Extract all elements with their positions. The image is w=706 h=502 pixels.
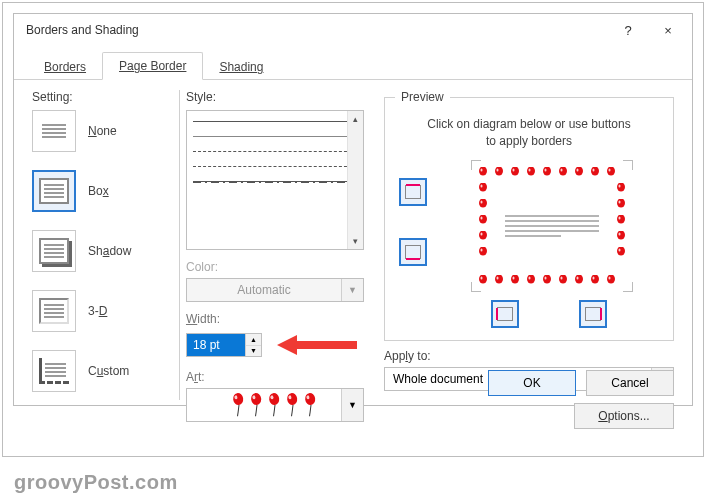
svg-point-30 — [527, 275, 535, 284]
art-bead-icon — [510, 275, 520, 285]
tab-borders[interactable]: Borders — [28, 54, 102, 80]
svg-point-55 — [619, 184, 621, 187]
svg-point-20 — [495, 167, 503, 176]
preview-page[interactable] — [477, 166, 627, 286]
svg-point-19 — [481, 276, 483, 279]
dialog-title: Borders and Shading — [26, 23, 608, 37]
setting-column: Setting: None Box Shadow — [32, 90, 173, 363]
svg-line-15 — [308, 405, 313, 416]
art-bead-icon — [478, 231, 488, 241]
art-bead-icon — [606, 167, 616, 177]
style-scrollbar[interactable]: ▴ ▾ — [347, 111, 363, 249]
art-bead-icon — [616, 215, 626, 225]
art-bead-icon — [574, 275, 584, 285]
ok-button[interactable]: OK — [488, 370, 576, 396]
spin-up-icon[interactable]: ▲ — [246, 334, 261, 346]
tabs: Borders Page Border Shading — [14, 46, 692, 80]
svg-point-16 — [479, 167, 487, 176]
svg-point-70 — [617, 247, 625, 256]
width-spinner[interactable]: 18 pt ▲ ▼ — [186, 333, 262, 357]
svg-point-35 — [545, 276, 547, 279]
svg-point-48 — [607, 167, 615, 176]
svg-point-17 — [481, 168, 483, 171]
chevron-down-icon: ▼ — [341, 279, 363, 301]
preview-hint: Click on diagram below or use buttonsto … — [395, 112, 663, 160]
art-bead-icon — [616, 247, 626, 257]
svg-point-64 — [479, 231, 487, 240]
width-label: Width: — [186, 312, 374, 326]
cancel-button[interactable]: Cancel — [586, 370, 674, 396]
tab-shading[interactable]: Shading — [203, 54, 279, 80]
setting-box[interactable]: Box — [32, 170, 173, 212]
color-label: Color: — [186, 260, 374, 274]
art-bead-icon — [510, 167, 520, 177]
svg-point-31 — [529, 276, 531, 279]
options-button[interactable]: Options... — [574, 403, 674, 429]
svg-point-66 — [617, 231, 625, 240]
color-combo: Automatic ▼ — [186, 278, 364, 302]
svg-marker-0 — [277, 335, 357, 355]
svg-point-26 — [511, 275, 519, 284]
svg-point-39 — [561, 276, 563, 279]
divider — [179, 90, 180, 400]
svg-point-43 — [577, 276, 579, 279]
style-listbox[interactable]: ▴ ▾ — [186, 110, 364, 250]
close-button[interactable]: × — [648, 14, 688, 46]
svg-point-52 — [479, 183, 487, 192]
border-bottom-toggle[interactable] — [399, 238, 427, 266]
titlebar: Borders and Shading ? × — [14, 14, 692, 46]
svg-point-53 — [481, 184, 483, 187]
setting-3d[interactable]: 3-D — [32, 290, 173, 332]
setting-none[interactable]: None — [32, 110, 173, 152]
art-bead-icon — [478, 215, 488, 225]
svg-point-38 — [559, 275, 567, 284]
art-bead-icon — [590, 275, 600, 285]
svg-point-29 — [529, 168, 531, 171]
callout-arrow-icon — [272, 330, 362, 360]
svg-point-62 — [617, 215, 625, 224]
svg-point-34 — [543, 275, 551, 284]
borders-shading-dialog: Borders and Shading ? × Borders Page Bor… — [13, 13, 693, 406]
width-input[interactable]: 18 pt — [187, 334, 245, 356]
help-button[interactable]: ? — [608, 14, 648, 46]
setting-shadow[interactable]: Shadow — [32, 230, 173, 272]
svg-point-60 — [479, 215, 487, 224]
svg-point-56 — [479, 199, 487, 208]
svg-point-47 — [593, 276, 595, 279]
svg-point-50 — [607, 275, 615, 284]
style-label: Style: — [186, 90, 374, 104]
svg-point-69 — [481, 248, 483, 251]
svg-point-33 — [545, 168, 547, 171]
art-bead-icon — [526, 275, 536, 285]
border-right-toggle[interactable] — [579, 300, 607, 328]
art-bead-icon — [542, 167, 552, 177]
svg-point-58 — [617, 199, 625, 208]
svg-point-21 — [497, 168, 499, 171]
svg-point-18 — [479, 275, 487, 284]
svg-point-51 — [609, 276, 611, 279]
scroll-up-icon[interactable]: ▴ — [347, 111, 363, 127]
svg-point-40 — [575, 167, 583, 176]
tab-page-border[interactable]: Page Border — [102, 52, 203, 80]
svg-point-59 — [619, 200, 621, 203]
art-bead-icon — [558, 167, 568, 177]
art-bead-icon — [606, 275, 616, 285]
svg-point-68 — [479, 247, 487, 256]
svg-point-54 — [617, 183, 625, 192]
svg-line-9 — [272, 405, 277, 416]
svg-point-37 — [561, 168, 563, 171]
svg-point-57 — [481, 200, 483, 203]
border-top-toggle[interactable] — [399, 178, 427, 206]
art-bead-icon — [478, 275, 488, 285]
watermark: groovyPost.com — [14, 471, 178, 494]
art-bead-icon — [478, 247, 488, 257]
art-bead-icon — [616, 199, 626, 209]
art-bead-icon — [542, 275, 552, 285]
spin-down-icon[interactable]: ▼ — [246, 346, 261, 357]
art-bead-icon — [616, 183, 626, 193]
border-left-toggle[interactable] — [491, 300, 519, 328]
preview-column: Preview Click on diagram below or use bu… — [384, 90, 674, 363]
preview-legend: Preview — [395, 90, 450, 104]
scroll-down-icon[interactable]: ▾ — [347, 233, 363, 249]
svg-point-71 — [619, 248, 621, 251]
